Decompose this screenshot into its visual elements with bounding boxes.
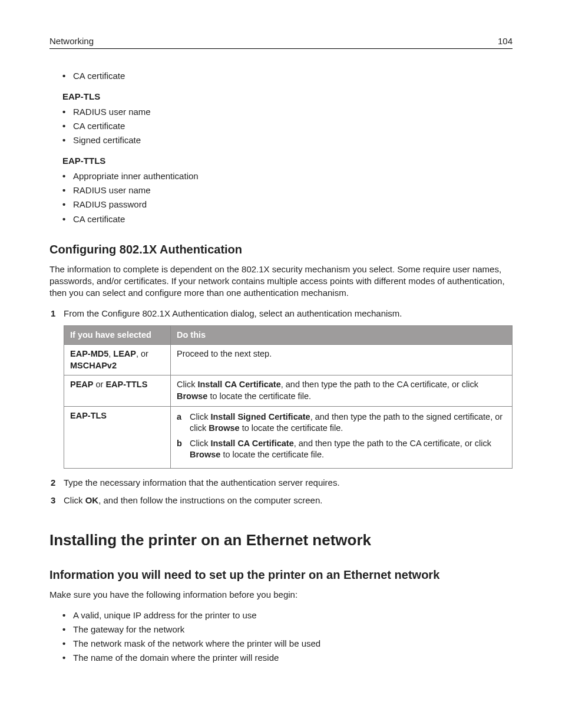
list-item: CA certificate — [49, 70, 513, 82]
bullet-group-0: CA certificate — [49, 70, 513, 82]
list-item: RADIUS user name — [49, 106, 513, 118]
table-row: EAP‑TLS Click Install Signed Certificate… — [64, 406, 513, 468]
table-cell-action: Proceed to the next step. — [171, 345, 513, 375]
sub-steps: Click Install Signed Certificate, and th… — [177, 411, 506, 461]
table-header-selected: If you have selected — [64, 325, 171, 345]
list-item: The name of the domain where the printer… — [49, 652, 513, 664]
section-heading-config-8021x: Configuring 802.1X Authentication — [49, 242, 513, 258]
table-cell-selected: EAP‑TLS — [64, 406, 171, 468]
step-item: Click OK, and then follow the instructio… — [49, 495, 513, 506]
bullet-group-eap-ttls: Appropriate inner authentication RADIUS … — [49, 170, 513, 225]
header-section: Networking — [49, 35, 94, 47]
table-cell-action: Click Install CA Certificate, and then t… — [171, 375, 513, 406]
step-item: From the Configure 802.1X Authentication… — [49, 308, 513, 469]
step-text: Type the necessary information that the … — [64, 477, 340, 487]
table-cell-action: Click Install Signed Certificate, and th… — [171, 406, 513, 468]
major-heading-install-ethernet: Installing the printer on an Ethernet ne… — [49, 530, 513, 551]
group-label-eap-ttls: EAP‑TTLS — [49, 155, 513, 167]
list-item: Appropriate inner authentication — [49, 170, 513, 182]
paragraph: Make sure you have the following informa… — [49, 589, 513, 601]
header-page-number: 104 — [498, 35, 513, 47]
bullet-group-eap-tls: RADIUS user name CA certificate Signed c… — [49, 106, 513, 147]
section-heading-info-needed: Information you will need to set up the … — [49, 567, 513, 583]
list-item: Signed certificate — [49, 134, 513, 146]
table-cell-selected: PEAP or EAP‑TTLS — [64, 375, 171, 406]
list-item: The gateway for the network — [49, 624, 513, 635]
step-text: From the Configure 802.1X Authentication… — [64, 308, 402, 318]
paragraph: The information to complete is dependent… — [49, 263, 513, 299]
auth-mechanism-table: If you have selected Do this EAP‑MD5, LE… — [64, 325, 513, 469]
step-item: Type the necessary information that the … — [49, 477, 513, 489]
page-header: Networking 104 — [49, 35, 513, 49]
list-item: A valid, unique IP address for the print… — [49, 610, 513, 621]
list-item: RADIUS password — [49, 199, 513, 210]
table-row: EAP‑MD5, LEAP, or MSCHAPv2 Proceed to th… — [64, 345, 513, 375]
table-row: PEAP or EAP‑TTLS Click Install CA Certif… — [64, 375, 513, 406]
sub-step: Click Install CA Certificate, and then t… — [177, 438, 506, 461]
group-label-eap-tls: EAP‑TLS — [49, 91, 513, 103]
list-item: CA certificate — [49, 120, 513, 132]
list-item: The network mask of the network where th… — [49, 638, 513, 650]
list-item: CA certificate — [49, 213, 513, 225]
steps-list: From the Configure 802.1X Authentication… — [49, 308, 513, 507]
bullet-group-ethernet-info: A valid, unique IP address for the print… — [49, 610, 513, 664]
list-item: RADIUS user name — [49, 185, 513, 196]
table-header-do-this: Do this — [171, 325, 513, 345]
table-cell-selected: EAP‑MD5, LEAP, or MSCHAPv2 — [64, 345, 171, 375]
sub-step: Click Install Signed Certificate, and th… — [177, 411, 506, 434]
